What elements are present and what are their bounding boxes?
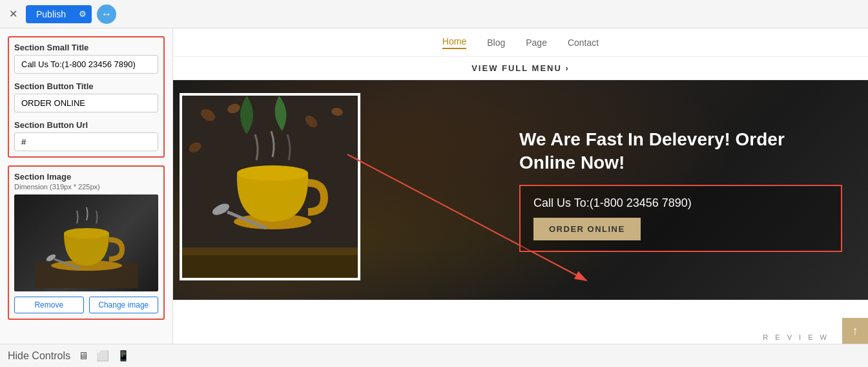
svg-point-12 [237,165,308,181]
hero-title: We Are Fast In Delevery! Order Online No… [519,128,842,175]
close-button[interactable]: ✕ [5,6,21,22]
image-dimension-label: Dimension (319px * 225px) [14,183,158,191]
nav-contact[interactable]: Contact [568,37,599,48]
coffee-cup-svg [28,198,145,288]
scroll-to-top-button[interactable]: ↑ [842,318,868,344]
section-image-label: Section Image [14,172,158,182]
hero-coffee-svg [182,96,360,280]
section-image-box: Section Image Dimension (319px * 225px) [8,165,165,320]
hero-inner-image [180,93,360,280]
nav-home[interactable]: Home [442,36,466,49]
view-full-menu-bar[interactable]: VIEW FULL MENU › [173,57,868,80]
small-title-input[interactable] [14,55,158,74]
cta-order-button[interactable]: ORDER ONLINE [533,218,641,240]
nav-blog[interactable]: Blog [487,37,505,48]
top-bar: ✕ Publish ⚙ ↔ [0,0,868,28]
fields-section: Section Small Title Section Button Title… [8,36,165,158]
button-url-label: Section Button Url [14,120,158,130]
image-action-buttons: Remove Change image [14,297,158,313]
publish-button[interactable]: Publish [26,5,76,23]
small-title-group: Section Small Title [14,43,158,74]
preview-nav: Home Blog Page Contact [173,28,868,57]
cta-box: Call Us To:(1-800 23456 7890) ORDER ONLI… [519,185,842,252]
image-preview [14,194,158,291]
preview-area: Home Blog Page Contact VIEW FULL MENU › [173,28,868,344]
main-content: Section Small Title Section Button Title… [0,28,868,344]
button-title-label: Section Button Title [14,81,158,91]
coffee-image [14,194,158,291]
svg-rect-16 [182,247,360,255]
button-title-input[interactable] [14,94,158,112]
hide-controls-toggle[interactable]: Hide Controls [8,350,70,362]
button-title-group: Section Button Title [14,81,158,112]
mobile-view-icon[interactable]: 📱 [117,350,130,362]
cta-phone: Call Us To:(1-800 23456 7890) [533,196,828,210]
hero-section: We Are Fast In Delevery! Order Online No… [173,80,868,300]
small-title-label: Section Small Title [14,43,158,52]
hero-text-content: We Are Fast In Delevery! Order Online No… [519,80,842,300]
svg-point-2 [64,228,109,238]
left-panel: Section Small Title Section Button Title… [0,28,173,344]
button-url-group: Section Button Url [14,120,158,151]
tablet-view-icon[interactable]: ⬜ [96,350,109,362]
publish-settings-button[interactable]: ⚙ [74,5,92,23]
bottom-bar: Hide Controls 🖥 ⬜ 📱 [0,344,868,367]
desktop-view-icon[interactable]: 🖥 [78,350,88,362]
change-image-button[interactable]: Change image [89,297,159,313]
nav-page[interactable]: Page [526,37,547,48]
button-url-input[interactable] [14,132,158,151]
navigation-icon[interactable]: ↔ [97,5,116,24]
svg-point-4 [45,253,57,263]
publish-wrapper: Publish ⚙ [26,5,92,23]
review-text: R E V I E W [763,333,829,341]
remove-image-button[interactable]: Remove [14,297,84,313]
